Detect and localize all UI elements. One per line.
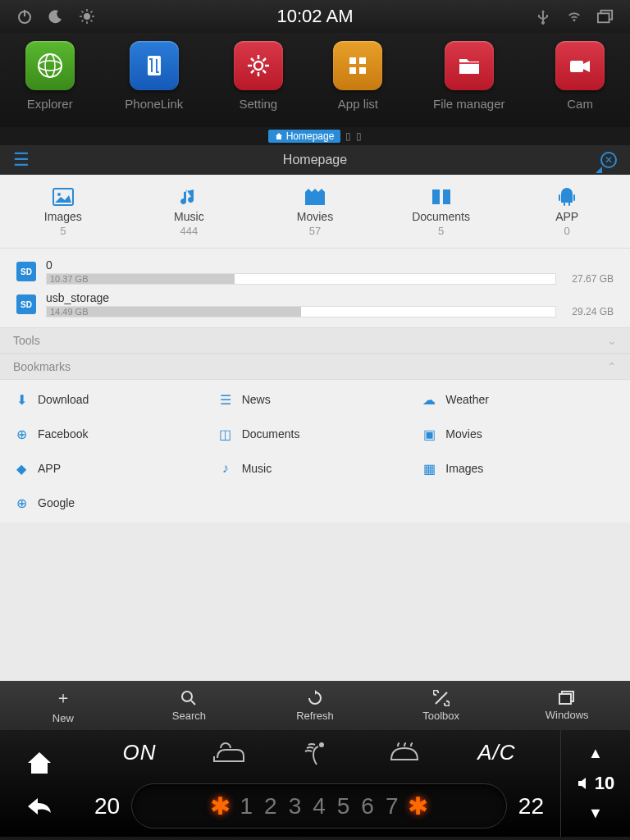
brightness-icon[interactable] [79, 8, 95, 25]
svg-rect-12 [598, 13, 609, 22]
svg-rect-41 [559, 694, 571, 704]
breadcrumb-home[interactable]: Homepage [268, 130, 341, 143]
tools-icon [433, 690, 450, 706]
category-row: Images 5 Music 444 Movies 57 Documents 5… [0, 175, 630, 249]
header-bar: ☰ Homepage ✕ [0, 145, 630, 175]
app-phonelink[interactable]: PhoneLink [125, 41, 183, 123]
tool-refresh[interactable]: Refresh [252, 681, 378, 730]
windows-icon[interactable] [597, 8, 614, 25]
recirculate-icon[interactable] [212, 742, 245, 765]
bookmark-google[interactable]: ⊕Google [13, 495, 209, 511]
bookmark-documents[interactable]: ◫Documents [217, 426, 413, 442]
category-music[interactable]: Music 444 [126, 175, 253, 248]
svg-rect-28 [349, 57, 356, 64]
tool-toolbox[interactable]: Toolbox [378, 681, 504, 730]
category-documents[interactable]: Documents 5 [378, 175, 504, 248]
category-app[interactable]: APP 0 [504, 175, 630, 248]
defrost-icon[interactable] [388, 742, 421, 765]
climate-on-button[interactable]: ON [122, 740, 156, 765]
svg-rect-36 [432, 189, 440, 204]
wifi-icon [566, 8, 582, 25]
chevron-up-icon: ⌃ [607, 360, 617, 373]
storage-bar: 14.49 GB [46, 306, 556, 317]
svg-line-10 [91, 11, 93, 13]
bookmark-news[interactable]: ☰News [217, 391, 413, 408]
section-bookmarks[interactable]: Bookmarks ⌃ [0, 354, 630, 380]
device-phone-icon[interactable]: ▯ [356, 130, 362, 142]
app-filemanager[interactable]: File manager [433, 41, 505, 123]
svg-line-24 [251, 58, 254, 62]
app-dock: Explorer PhoneLink Setting App list File… [0, 33, 630, 127]
app-cam[interactable]: Cam [555, 41, 605, 123]
bookmark-weather[interactable]: ☁Weather [421, 391, 617, 408]
svg-rect-37 [443, 189, 450, 204]
climate-bar: ON A/C 20 ✱ 1 2 3 4 5 6 7 ✱ 22 [0, 730, 630, 837]
tool-new[interactable]: ＋New [0, 681, 126, 730]
status-bar: 10:02 AM [0, 0, 630, 33]
climate-ac-button[interactable]: A/C [477, 740, 515, 765]
category-movies[interactable]: Movies 57 [252, 175, 378, 248]
svg-point-19 [254, 62, 262, 70]
section-tools[interactable]: Tools ⌄ [0, 327, 630, 354]
app-label: PhoneLink [125, 97, 183, 111]
android-icon: ◆ [13, 460, 30, 477]
resize-handle[interactable] [596, 167, 602, 173]
bookmark-download[interactable]: ⬇Download [13, 391, 209, 408]
bookmark-movies[interactable]: ▣Movies [421, 426, 617, 442]
music-icon: ♪ [217, 460, 234, 477]
tool-search[interactable]: Search [126, 681, 253, 730]
page-title: Homepage [283, 153, 347, 167]
svg-point-15 [45, 54, 55, 77]
clock: 10:02 AM [277, 6, 354, 27]
fan-icon: ✱ [404, 792, 433, 821]
app-label: Setting [239, 97, 277, 111]
volume-down-icon[interactable]: ▼ [588, 805, 603, 822]
storage-item[interactable]: SD usb_storage 14.49 GB 29.24 GB [0, 288, 630, 321]
document-icon: ◫ [217, 426, 234, 442]
storage-bar: 10.37 GB [46, 273, 556, 285]
app-label: File manager [433, 97, 505, 111]
app-setting[interactable]: Setting [234, 41, 283, 123]
menu-icon[interactable]: ☰ [13, 149, 30, 171]
temp-left[interactable]: 20 [94, 793, 120, 819]
usb-icon [535, 8, 551, 25]
speaker-icon [577, 776, 591, 791]
volume-display: 10 [577, 773, 614, 794]
storage-list: SD 0 10.37 GB 27.67 GB SD usb_storage 14… [0, 249, 630, 327]
app-explorer[interactable]: Explorer [25, 41, 75, 123]
app-applist[interactable]: App list [333, 41, 382, 123]
night-icon[interactable] [48, 8, 64, 25]
fan-speed-slider[interactable]: ✱ 1 2 3 4 5 6 7 ✱ [131, 783, 507, 829]
plus-icon: ＋ [55, 687, 71, 709]
back-icon[interactable] [26, 797, 52, 816]
movie-icon [304, 185, 326, 208]
home-icon[interactable] [26, 751, 52, 775]
sd-icon: SD [16, 294, 36, 314]
svg-line-25 [262, 71, 266, 74]
image-icon [52, 185, 74, 208]
app-label: Explorer [27, 97, 73, 111]
volume-up-icon[interactable]: ▲ [588, 745, 603, 762]
storage-item[interactable]: SD 0 10.37 GB 27.67 GB [0, 255, 630, 288]
svg-point-38 [182, 692, 192, 701]
music-icon [180, 185, 197, 208]
airflow-icon[interactable] [302, 740, 331, 766]
svg-line-7 [82, 11, 84, 13]
weather-icon: ☁ [421, 391, 437, 408]
bookmark-app[interactable]: ◆APP [13, 460, 209, 477]
close-icon[interactable]: ✕ [600, 152, 617, 168]
temp-right[interactable]: 22 [518, 793, 544, 819]
category-images[interactable]: Images 5 [0, 175, 126, 248]
bookmark-images[interactable]: ▦Images [421, 460, 617, 477]
power-icon[interactable] [16, 8, 33, 25]
chevron-down-icon: ⌄ [607, 334, 617, 347]
tool-windows[interactable]: Windows [504, 681, 630, 730]
fan-icon: ✱ [205, 792, 235, 821]
svg-point-2 [84, 13, 90, 20]
download-icon: ⬇ [13, 391, 30, 408]
bookmark-facebook[interactable]: ⊕Facebook [13, 426, 209, 442]
device-tablet-icon[interactable]: ▯ [345, 130, 351, 142]
bookmark-music[interactable]: ♪Music [217, 460, 413, 477]
movie-icon: ▣ [421, 426, 437, 442]
svg-rect-32 [459, 62, 479, 64]
